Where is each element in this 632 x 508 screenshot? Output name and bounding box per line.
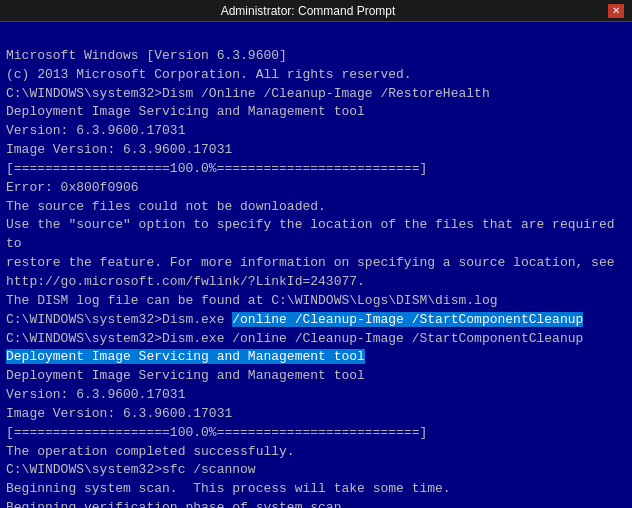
terminal-line: Image Version: 6.3.9600.17031 xyxy=(6,141,626,160)
terminal-line: The source files could not be downloaded… xyxy=(6,198,626,217)
terminal-line: [====================100.0%=============… xyxy=(6,424,626,443)
selected-text: /online /Cleanup-Image /StartComponentCl… xyxy=(232,312,583,327)
terminal-line: Version: 6.3.9600.17031 xyxy=(6,122,626,141)
terminal-window[interactable]: Microsoft Windows [Version 6.3.9600](c) … xyxy=(0,22,632,508)
terminal-line: Version: 6.3.9600.17031 xyxy=(6,386,626,405)
terminal-line: C:\WINDOWS\system32>sfc /scannow xyxy=(6,461,626,480)
terminal-line: C:\WINDOWS\system32>Dism /Online /Cleanu… xyxy=(6,85,626,104)
close-button[interactable]: ✕ xyxy=(608,4,624,18)
title-text: Administrator: Command Prompt xyxy=(8,4,608,18)
terminal-line: The DISM log file can be found at C:\WIN… xyxy=(6,292,626,311)
terminal-line: Deployment Image Servicing and Managemen… xyxy=(6,348,626,367)
terminal-line: [====================100.0%=============… xyxy=(6,160,626,179)
terminal-line: Microsoft Windows [Version 6.3.9600] xyxy=(6,47,626,66)
selected-text-2: Deployment Image Servicing and Managemen… xyxy=(6,349,365,364)
terminal-line: (c) 2013 Microsoft Corporation. All righ… xyxy=(6,66,626,85)
terminal-line: The operation completed successfully. xyxy=(6,443,626,462)
terminal-line: C:\WINDOWS\system32>Dism.exe /online /Cl… xyxy=(6,311,626,330)
terminal-line: Image Version: 6.3.9600.17031 xyxy=(6,405,626,424)
terminal-line: Beginning verification phase of system s… xyxy=(6,499,626,508)
terminal-line: Use the "source" option to specify the l… xyxy=(6,216,626,254)
title-bar: Administrator: Command Prompt ✕ xyxy=(0,0,632,22)
title-buttons: ✕ xyxy=(608,4,624,18)
terminal-line: restore the feature. For more informatio… xyxy=(6,254,626,273)
terminal-line: Error: 0x800f0906 xyxy=(6,179,626,198)
terminal-line: Deployment Image Servicing and Managemen… xyxy=(6,367,626,386)
terminal-line: http://go.microsoft.com/fwlink/?LinkId=2… xyxy=(6,273,626,292)
terminal-line: C:\WINDOWS\system32>Dism.exe /online /Cl… xyxy=(6,330,626,349)
terminal-line: Deployment Image Servicing and Managemen… xyxy=(6,103,626,122)
terminal-line: Beginning system scan. This process will… xyxy=(6,480,626,499)
